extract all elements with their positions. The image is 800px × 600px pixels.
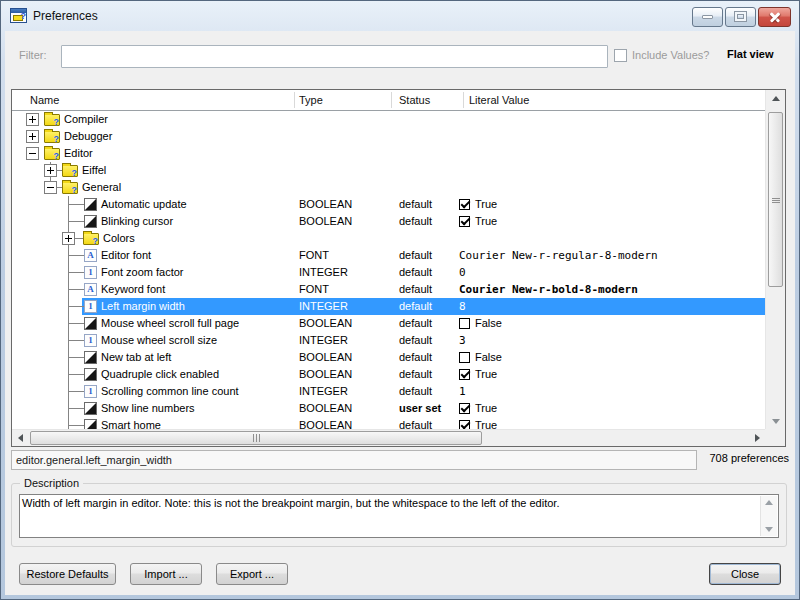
value-checkbox[interactable] xyxy=(459,199,470,210)
tree-row[interactable]: 1Mouse wheel scroll sizeINTEGERdefault3 xyxy=(12,332,765,349)
collapse-icon[interactable] xyxy=(26,147,39,160)
value-checkbox[interactable] xyxy=(459,216,470,227)
description-scroll-down[interactable] xyxy=(761,522,777,536)
tree-row[interactable]: Blinking cursorBOOLEANdefaultTrue xyxy=(12,213,765,230)
horizontal-scrollbar-thumb[interactable] xyxy=(30,431,482,445)
tree-row[interactable]: Show line numbersBOOLEANuser setTrue xyxy=(12,400,765,417)
pref-type: INTEGER xyxy=(299,298,348,315)
pref-name-label: Blinking cursor xyxy=(101,213,173,230)
tree-connector xyxy=(68,357,84,358)
integer-pref-icon: 1 xyxy=(84,385,97,398)
expand-icon[interactable] xyxy=(26,113,39,126)
pref-name-cell: Smart home xyxy=(12,417,765,429)
pref-status: default xyxy=(399,349,432,366)
filter-input[interactable] xyxy=(61,45,608,68)
description-scroll-up[interactable] xyxy=(761,496,777,510)
dialog-client-area: Filter: Include Values? Flat view Name T… xyxy=(5,31,795,595)
folder-question-icon xyxy=(62,182,78,194)
tree-connector xyxy=(75,238,83,239)
horizontal-scrollbar[interactable] xyxy=(12,429,765,446)
column-separator[interactable] xyxy=(463,92,464,108)
tree-row[interactable]: AKeyword fontFONTdefaultCourier New-r-bo… xyxy=(12,281,765,298)
column-separator[interactable] xyxy=(391,92,392,108)
tree-row[interactable]: Debugger xyxy=(12,128,765,145)
expand-icon[interactable] xyxy=(62,232,75,245)
scroll-up-button[interactable] xyxy=(766,90,785,107)
pref-name-label: Mouse wheel scroll full page xyxy=(101,315,239,332)
close-window-button[interactable] xyxy=(758,7,791,27)
value-text: True xyxy=(475,402,497,414)
pref-name-cell: Mouse wheel scroll full page xyxy=(12,315,765,332)
description-scrollbar[interactable] xyxy=(760,496,777,536)
tree-row[interactable]: Mouse wheel scroll full pageBOOLEANdefau… xyxy=(12,315,765,332)
value-checkbox[interactable] xyxy=(459,318,470,329)
maximize-button[interactable] xyxy=(725,7,756,27)
pref-literal-value: Courier New-r-bold-8-modern xyxy=(459,281,638,298)
export-button[interactable]: Export ... xyxy=(216,563,288,585)
tree-row[interactable]: Quadruple click enabledBOOLEANdefaultTru… xyxy=(12,366,765,383)
icon-question-mark: ? xyxy=(21,12,27,21)
scroll-right-button[interactable] xyxy=(748,430,765,446)
tree-connector xyxy=(68,272,84,273)
expand-icon[interactable] xyxy=(44,164,57,177)
titlebar: ? Preferences xyxy=(1,1,799,31)
flat-view-toggle[interactable]: Flat view xyxy=(727,48,773,60)
tree-row[interactable]: Compiler xyxy=(12,111,765,128)
tree-row[interactable]: AEditor fontFONTdefaultCourier New-r-reg… xyxy=(12,247,765,264)
pref-name-label: Left margin width xyxy=(101,298,185,315)
tree-row[interactable]: Eiffel xyxy=(12,162,765,179)
integer-pref-icon: 1 xyxy=(84,300,97,313)
include-values-label: Include Values? xyxy=(632,49,709,61)
scroll-down-button[interactable] xyxy=(766,412,785,429)
pref-type: BOOLEAN xyxy=(299,349,352,366)
scroll-left-button[interactable] xyxy=(12,430,29,446)
folder-question-icon xyxy=(44,148,60,160)
preferences-window-icon: ? xyxy=(10,8,27,23)
tree-row[interactable]: Colors xyxy=(12,230,765,247)
vertical-scrollbar-thumb[interactable] xyxy=(768,112,783,287)
value-checkbox[interactable] xyxy=(459,420,470,429)
import-button[interactable]: Import ... xyxy=(130,563,202,585)
filter-label: Filter: xyxy=(19,49,47,61)
column-header-literal-value[interactable]: Literal Value xyxy=(469,90,529,110)
minimize-button[interactable] xyxy=(692,7,723,27)
value-checkbox[interactable] xyxy=(459,352,470,363)
pref-name-cell: Blinking cursor xyxy=(12,213,765,230)
pref-name-cell: AKeyword font xyxy=(12,281,765,298)
description-groupbox: Description Width of left margin in edit… xyxy=(11,483,787,547)
tree-row[interactable]: Smart homeBOOLEANdefaultTrue xyxy=(12,417,765,429)
tree-row[interactable]: 1Font zoom factorINTEGERdefault0 xyxy=(12,264,765,281)
pref-name-label: Quadruple click enabled xyxy=(101,366,219,383)
value-text: True xyxy=(475,215,497,227)
collapse-icon[interactable] xyxy=(44,181,57,194)
expand-icon[interactable] xyxy=(26,130,39,143)
pref-status: default xyxy=(399,417,432,429)
tree-row[interactable]: New tab at leftBOOLEANdefaultFalse xyxy=(12,349,765,366)
pref-status: default xyxy=(399,213,432,230)
tree-row[interactable]: General xyxy=(12,179,765,196)
tree-row[interactable]: 1Scrolling common line countINTEGERdefau… xyxy=(12,383,765,400)
window-title: Preferences xyxy=(33,1,98,31)
value-checkbox[interactable] xyxy=(459,369,470,380)
column-separator[interactable] xyxy=(294,92,295,108)
tree-row[interactable]: Automatic updateBOOLEANdefaultTrue xyxy=(12,196,765,213)
pref-name-label: Font zoom factor xyxy=(101,264,184,281)
tree-row[interactable]: Editor xyxy=(12,145,765,162)
pref-name-label: Eiffel xyxy=(82,162,106,179)
restore-defaults-button[interactable]: Restore Defaults xyxy=(19,563,116,585)
value-checkbox[interactable] xyxy=(459,403,470,414)
pref-name-label: Debugger xyxy=(64,128,112,145)
column-header-type[interactable]: Type xyxy=(299,90,323,110)
pref-literal-value: True xyxy=(459,366,497,383)
folder-question-icon xyxy=(62,165,78,177)
close-button[interactable]: Close xyxy=(709,563,781,585)
pref-status: default xyxy=(399,383,432,400)
pref-type: INTEGER xyxy=(299,264,348,281)
column-header-name[interactable]: Name xyxy=(30,90,59,110)
tree-row[interactable]: 1Left margin widthINTEGERdefault8 xyxy=(12,298,765,315)
description-box: Width of left margin in editor. Note: th… xyxy=(19,494,779,538)
column-header-status[interactable]: Status xyxy=(399,90,430,110)
vertical-scrollbar[interactable] xyxy=(765,90,785,429)
pref-type: INTEGER xyxy=(299,383,348,400)
include-values-checkbox[interactable] xyxy=(614,49,627,62)
